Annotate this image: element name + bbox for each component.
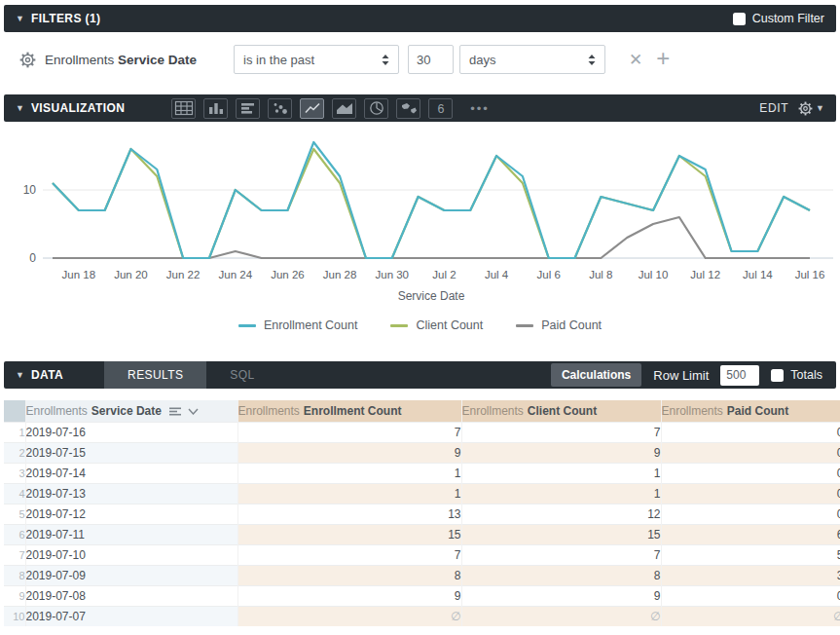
legend-item-client-count: Client Count: [390, 318, 483, 332]
cell-value: 5: [661, 544, 840, 565]
chevron-down-icon[interactable]: [188, 408, 199, 415]
viz-type-single-value-icon[interactable]: 6: [428, 98, 453, 119]
cell-value: ∅: [237, 606, 461, 626]
row-limit-label: Row Limit: [653, 368, 709, 383]
row-number: 9: [4, 585, 25, 606]
filter-unit-select[interactable]: days: [459, 45, 605, 74]
totals-label: Totals: [790, 368, 822, 382]
table-row: 32019-07-14110: [4, 463, 840, 483]
edit-button[interactable]: EDIT: [759, 101, 788, 115]
column-header-service-date[interactable]: EnrollmentsService Date: [25, 400, 237, 422]
x-tick-label: Jul 2: [432, 269, 456, 280]
viz-type-line-icon[interactable]: [300, 98, 324, 119]
cell-value: 15: [237, 524, 461, 544]
custom-filter-checkbox[interactable]: [733, 13, 746, 25]
viz-type-table-icon[interactable]: [171, 98, 196, 119]
cell-service-date: 2019-07-16: [25, 422, 237, 442]
column-group-label: Enrollments: [238, 404, 300, 418]
x-tick-label: Jul 12: [690, 269, 720, 280]
cell-value: 7: [237, 422, 461, 442]
filter-value-input[interactable]: [408, 45, 454, 74]
cell-value: 15: [461, 524, 661, 544]
row-number: 7: [4, 544, 25, 565]
table-row: 72019-07-10775: [4, 544, 840, 565]
cell-service-date: 2019-07-11: [25, 524, 237, 544]
x-tick-label: Jun 20: [114, 269, 148, 280]
legend-label: Client Count: [416, 318, 483, 332]
column-field-label: Paid Count: [727, 404, 788, 418]
filters-title: FILTERS (1): [31, 12, 101, 25]
cell-value: 7: [461, 422, 661, 442]
x-tick-label: Jun 24: [219, 269, 253, 280]
row-number: 4: [4, 483, 25, 504]
visualization-collapse-caret-icon[interactable]: ▼: [16, 103, 24, 113]
filter-field-label: Enrollments Service Date: [45, 53, 197, 67]
column-header-paid-count[interactable]: EnrollmentsPaid Count: [661, 400, 840, 422]
column-header-client-count[interactable]: EnrollmentsClient Count: [461, 400, 661, 422]
add-filter-icon[interactable]: +: [656, 47, 670, 70]
filters-bar: ▼ FILTERS (1) Custom Filter: [4, 5, 836, 32]
results-table: EnrollmentsService DateEnrollmentsEnroll…: [4, 400, 840, 626]
legend-swatch: [390, 324, 408, 327]
data-title: DATA: [31, 368, 63, 382]
column-group-label: Enrollments: [26, 404, 88, 418]
cell-value: 1: [461, 463, 661, 483]
viz-type-map-icon[interactable]: [396, 98, 420, 119]
cell-value: 1: [237, 483, 461, 504]
tab-sql[interactable]: SQL: [206, 361, 277, 389]
viz-more-button[interactable]: •••: [466, 98, 493, 119]
select-stepper-icon: [588, 54, 596, 66]
column-field-label: Service Date: [91, 404, 162, 418]
x-tick-label: Jun 26: [271, 269, 305, 280]
x-tick-label: Jul 8: [589, 269, 612, 280]
remove-filter-icon[interactable]: ✕: [629, 52, 642, 68]
filter-operator-select[interactable]: is in the past: [234, 45, 399, 74]
table-row: 92019-07-08990: [4, 585, 840, 606]
filters-collapse-caret-icon[interactable]: ▼: [16, 14, 24, 23]
x-tick-label: Jul 4: [485, 269, 509, 280]
legend-swatch: [238, 324, 256, 327]
table-row: 42019-07-13110: [4, 483, 840, 504]
cell-service-date: 2019-07-07: [25, 606, 237, 626]
x-tick-label: Jul 16: [795, 269, 825, 280]
viz-settings-button[interactable]: ▼: [798, 101, 824, 116]
filter-gear-icon[interactable]: [19, 52, 36, 68]
chart-plot-area: 010Jun 18Jun 20Jun 22Jun 24Jun 26Jun 28J…: [4, 122, 840, 305]
cell-value: 0: [661, 422, 840, 442]
x-tick-label: Jul 10: [639, 269, 669, 280]
cell-value: 7: [237, 544, 461, 565]
legend-label: Enrollment Count: [264, 318, 358, 332]
x-tick-label: Jun 28: [323, 269, 357, 280]
series-line-enrollment-count: [53, 142, 810, 258]
legend-swatch: [516, 324, 533, 327]
totals-checkbox[interactable]: [771, 369, 784, 382]
cell-value: ∅: [661, 606, 840, 626]
viz-type-area-icon[interactable]: [332, 98, 356, 119]
column-header-enrollment-count[interactable]: EnrollmentsEnrollment Count: [237, 400, 461, 422]
viz-type-horizontal-bar-icon[interactable]: [236, 98, 260, 119]
viz-type-pie-icon[interactable]: [364, 98, 388, 119]
row-number-header: [4, 400, 25, 422]
column-field-label: Client Count: [528, 404, 597, 418]
chart-legend: Enrollment CountClient CountPaid Count: [4, 315, 836, 336]
x-tick-label: Jun 22: [166, 269, 201, 280]
table-row: 22019-07-15990: [4, 442, 840, 463]
row-number: 8: [4, 565, 25, 585]
data-collapse-caret-icon[interactable]: ▼: [16, 370, 24, 380]
x-tick-label: Jul 6: [537, 269, 561, 280]
cell-service-date: 2019-07-13: [25, 483, 237, 504]
select-stepper-icon: [382, 54, 389, 66]
calculations-button[interactable]: Calculations: [551, 363, 641, 387]
cell-service-date: 2019-07-08: [25, 585, 237, 606]
viz-type-bar-icon[interactable]: [203, 98, 228, 119]
row-limit-input[interactable]: [720, 365, 759, 386]
table-row: 12019-07-16770: [4, 422, 840, 442]
x-axis-label: Service Date: [398, 289, 465, 303]
cell-value: ∅: [461, 606, 661, 626]
viz-type-scatter-icon[interactable]: [268, 98, 292, 119]
cell-value: 9: [461, 585, 661, 606]
x-tick-label: Jun 30: [375, 269, 409, 280]
cell-value: 0: [661, 483, 840, 504]
row-number: 6: [4, 524, 25, 544]
tab-results[interactable]: RESULTS: [104, 361, 206, 389]
